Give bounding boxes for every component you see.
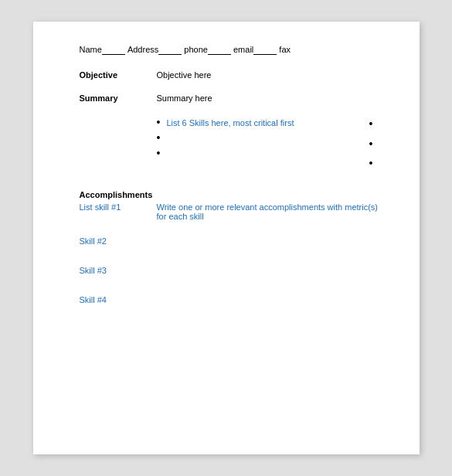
right-bullet-2: • [369, 137, 373, 152]
bullet-dot-2: • [157, 132, 161, 143]
accomplishments-section: Accomplishments List skill #1 Write one … [80, 190, 381, 221]
phone-label: phone [184, 45, 208, 54]
email-label: email [233, 45, 253, 54]
skills-section: • List 6 Skills here, most critical firs… [157, 117, 381, 176]
summary-content: Summary here [157, 94, 212, 103]
skills-left-col: • List 6 Skills here, most critical firs… [157, 117, 350, 176]
resume-page: Name Address phone email fax Objective O… [33, 22, 420, 454]
header-section: Name Address phone email fax [80, 45, 381, 55]
right-bullet-3: • [369, 156, 373, 172]
skill-bullet-3: • [157, 148, 350, 158]
phone-underline [208, 45, 231, 55]
objective-label: Objective [80, 70, 157, 80]
skill-bullet-1-text: List 6 Skills here, most critical first [166, 118, 294, 128]
objective-content: Objective here [157, 70, 212, 80]
skill-2-label: Skill #2 [80, 236, 107, 246]
summary-label: Summary [80, 94, 157, 103]
name-underline [102, 45, 125, 55]
email-underline [253, 45, 277, 55]
address-underline [158, 45, 182, 55]
accomplishment-row-1: List skill #1 Write one or more relevant… [80, 202, 381, 221]
address-label: Address [127, 45, 158, 54]
acc-skill-1-desc: Write one or more relevant accomplishmen… [157, 202, 381, 221]
name-label: Name [80, 45, 102, 54]
skills-right-col: • • • [350, 117, 381, 176]
acc-skill-1-label: List skill #1 [80, 202, 157, 212]
skill-3-label: Skill #3 [80, 266, 107, 275]
skill-entry-3: Skill #3 [80, 263, 381, 277]
skill-entry-2: Skill #2 [80, 233, 381, 247]
right-bullet-1: • [369, 117, 373, 132]
accomplishments-title: Accomplishments [80, 190, 381, 199]
summary-section: Summary Summary here [80, 94, 381, 103]
bullet-dot-1: • [157, 117, 161, 128]
skill-bullet-1: • List 6 Skills here, most critical firs… [157, 117, 350, 128]
skill-4-label: Skill #4 [80, 295, 107, 304]
skill-bullet-2: • [157, 132, 350, 143]
skill-entry-4: Skill #4 [80, 292, 381, 306]
fax-label: fax [279, 45, 291, 54]
objective-section: Objective Objective here [80, 70, 381, 80]
bullet-dot-3: • [157, 148, 161, 158]
